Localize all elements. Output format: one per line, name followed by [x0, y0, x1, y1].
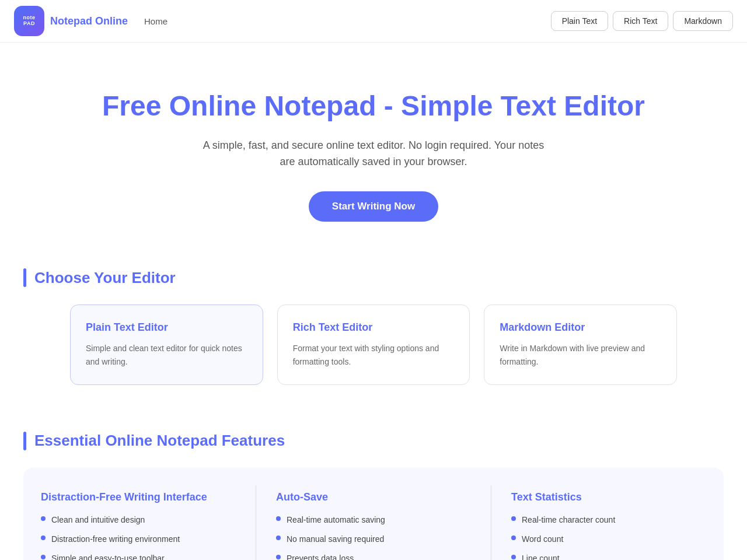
hero-subtitle: A simple, fast, and secure online text e…	[198, 137, 549, 171]
feature-divider-1	[256, 485, 256, 560]
list-item: Real-time character count	[511, 514, 700, 526]
text-stats-title: Text Statistics	[511, 491, 700, 503]
header: note PAD Notepad Online Home Plain Text …	[0, 0, 747, 43]
feature-text-stats: Text Statistics Real-time character coun…	[511, 485, 706, 560]
header-nav-buttons: Plain Text Rich Text Markdown	[551, 11, 733, 31]
plain-text-card-title: Plain Text Editor	[86, 321, 247, 334]
plain-text-card-desc: Simple and clean text editor for quick n…	[86, 342, 247, 368]
list-item: Word count	[511, 533, 700, 545]
logo-icon: note PAD	[14, 6, 44, 36]
autosave-list: Real-time automatic saving No manual sav…	[276, 514, 465, 560]
markdown-card-title: Markdown Editor	[500, 321, 661, 334]
list-item: Simple and easy-to-use toolbar	[41, 552, 230, 560]
editor-cards-container: Plain Text Editor Simple and clean text …	[23, 304, 724, 385]
choose-editor-heading: Choose Your Editor	[23, 268, 724, 287]
choose-editor-section: Choose Your Editor Plain Text Editor Sim…	[0, 257, 747, 408]
logo-area: note PAD Notepad Online	[14, 6, 128, 36]
features-grid: Distraction-Free Writing Interface Clean…	[23, 468, 724, 560]
plain-text-card[interactable]: Plain Text Editor Simple and clean text …	[70, 304, 263, 385]
markdown-card[interactable]: Markdown Editor Write in Markdown with l…	[484, 304, 677, 385]
feature-divider-2	[491, 485, 491, 560]
distraction-free-list: Clean and intuitive design Distraction-f…	[41, 514, 230, 560]
list-item: No manual saving required	[276, 533, 465, 545]
list-item: Clean and intuitive design	[41, 514, 230, 526]
logo-icon-text2: PAD	[23, 21, 35, 27]
rich-text-card-title: Rich Text Editor	[293, 321, 455, 334]
markdown-button[interactable]: Markdown	[673, 11, 733, 31]
text-stats-list: Real-time character count Word count Lin…	[511, 514, 700, 560]
autosave-title: Auto-Save	[276, 491, 465, 503]
markdown-card-desc: Write in Markdown with live preview and …	[500, 342, 661, 368]
list-item: Distraction-free writing environment	[41, 533, 230, 545]
list-item: Line count	[511, 552, 700, 560]
plain-text-button[interactable]: Plain Text	[551, 11, 608, 31]
rich-text-button[interactable]: Rich Text	[613, 11, 668, 31]
brand-name: Notepad Online	[50, 15, 128, 27]
start-writing-button[interactable]: Start Writing Now	[309, 191, 438, 222]
feature-distraction-free: Distraction-Free Writing Interface Clean…	[41, 485, 236, 560]
distraction-free-title: Distraction-Free Writing Interface	[41, 491, 230, 503]
list-item: Prevents data loss	[276, 552, 465, 560]
features-heading: Essential Online Notepad Features	[23, 432, 724, 450]
feature-autosave: Auto-Save Real-time automatic saving No …	[276, 485, 471, 560]
rich-text-card[interactable]: Rich Text Editor Format your text with s…	[277, 304, 470, 385]
hero-title: Free Online Notepad - Simple Text Editor	[12, 89, 735, 123]
rich-text-card-desc: Format your text with styling options an…	[293, 342, 455, 368]
nav-home-link[interactable]: Home	[144, 16, 167, 26]
hero-section: Free Online Notepad - Simple Text Editor…	[0, 43, 747, 257]
features-section: Essential Online Notepad Features Distra…	[0, 408, 747, 560]
list-item: Real-time automatic saving	[276, 514, 465, 526]
